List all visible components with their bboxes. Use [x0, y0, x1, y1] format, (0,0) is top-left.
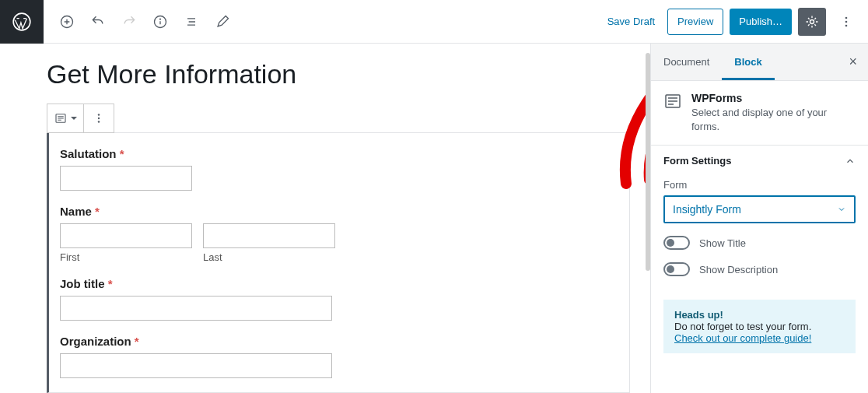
undo-button[interactable] — [84, 8, 112, 36]
add-block-button[interactable] — [53, 8, 81, 36]
gear-icon — [804, 14, 820, 30]
svg-point-6 — [845, 16, 848, 19]
redo-icon — [121, 14, 137, 30]
svg-point-11 — [98, 118, 100, 119]
close-icon: × — [849, 54, 857, 69]
info-button[interactable] — [146, 8, 174, 36]
dots-vertical-icon — [92, 111, 106, 125]
redo-button[interactable] — [115, 8, 143, 36]
svg-point-12 — [98, 121, 100, 122]
required-marker: * — [120, 147, 124, 160]
svg-point-7 — [845, 20, 848, 23]
job-title-input[interactable] — [60, 296, 332, 321]
undo-icon — [90, 14, 106, 30]
edit-button[interactable] — [208, 8, 236, 36]
form-select-label: Form — [663, 179, 856, 191]
editor-area: Get More Information Salutation * Name * — [0, 44, 650, 393]
info-icon — [152, 14, 168, 30]
form-settings-panel-head[interactable]: Form Settings — [651, 145, 868, 176]
scrollbar[interactable] — [646, 53, 650, 271]
pencil-icon — [215, 14, 230, 30]
show-desc-row: Show Description — [663, 262, 856, 276]
wp-logo[interactable] — [0, 0, 44, 44]
save-draft-button[interactable]: Save Draft — [601, 16, 661, 27]
sidebar: Document Block × WPForms Select and disp… — [650, 44, 868, 393]
show-title-label: Show Title — [699, 237, 746, 249]
required-marker: * — [108, 277, 113, 290]
block-toolbar — [47, 104, 114, 133]
notice-title: Heads up! — [674, 309, 845, 321]
wordpress-icon — [12, 12, 32, 32]
preview-button[interactable]: Preview — [667, 9, 723, 35]
show-desc-toggle[interactable] — [663, 262, 690, 276]
dots-vertical-icon — [838, 14, 854, 30]
notice-link[interactable]: Check out our complete guide! — [674, 332, 811, 344]
last-name-input[interactable] — [203, 223, 335, 248]
required-marker: * — [135, 335, 139, 348]
form-block-icon — [54, 111, 68, 125]
form-select-value: Insightly Form — [673, 203, 741, 216]
wpforms-icon — [663, 92, 682, 111]
show-title-row: Show Title — [663, 236, 856, 250]
required-marker: * — [95, 205, 100, 218]
svg-point-4 — [160, 19, 161, 19]
sidebar-close-button[interactable]: × — [838, 54, 868, 70]
organization-label: Organization * — [60, 335, 139, 348]
block-type-selector[interactable] — [47, 104, 84, 132]
plus-circle-icon — [59, 14, 75, 30]
notice-box: Heads up! Do not forget to test your for… — [663, 300, 856, 353]
name-label: Name * — [60, 205, 100, 218]
field-salutation: Salutation * — [60, 147, 615, 191]
more-menu-button[interactable] — [832, 8, 860, 36]
chevron-down-icon — [71, 117, 77, 120]
svg-point-8 — [845, 24, 848, 26]
outline-button[interactable] — [177, 8, 205, 36]
show-desc-label: Show Description — [699, 264, 778, 275]
list-icon — [184, 14, 199, 30]
tab-block[interactable]: Block — [722, 44, 774, 80]
salutation-input[interactable] — [60, 166, 192, 191]
svg-point-10 — [98, 114, 100, 115]
organization-input[interactable] — [60, 353, 332, 378]
first-sublabel: First — [60, 251, 192, 263]
form-settings-panel-body: Form Insightly Form Show Title Show Desc… — [651, 176, 868, 289]
block-more-button[interactable] — [84, 104, 114, 132]
first-name-col: First — [60, 223, 192, 263]
salutation-label: Salutation * — [60, 147, 124, 160]
last-sublabel: Last — [203, 251, 335, 263]
chevron-up-icon — [845, 156, 856, 167]
tab-document[interactable]: Document — [651, 44, 722, 80]
chevron-down-icon — [837, 205, 846, 214]
workspace: Get More Information Salutation * Name * — [0, 44, 868, 393]
settings-button[interactable] — [798, 8, 826, 36]
field-job-title: Job title * — [60, 277, 615, 321]
notice-line: Do not forget to test your form. — [674, 321, 845, 332]
job-title-label: Job title * — [60, 277, 113, 290]
first-name-input[interactable] — [60, 223, 192, 248]
sidebar-block-title: WPForms — [691, 92, 856, 104]
form-select[interactable]: Insightly Form — [663, 195, 856, 223]
page-title[interactable]: Get More Information — [47, 59, 650, 89]
sidebar-tabs: Document Block × — [651, 44, 868, 81]
toolbar-right: Save Draft Preview Publish… — [601, 8, 868, 36]
sidebar-block-summary: WPForms Select and display one of your f… — [651, 81, 868, 145]
sidebar-block-desc: Select and display one of your forms. — [691, 106, 856, 134]
form-settings-title: Form Settings — [663, 155, 731, 167]
svg-point-5 — [810, 19, 814, 23]
last-name-col: Last — [203, 223, 335, 263]
field-name: Name * First Last — [60, 205, 615, 263]
show-title-toggle[interactable] — [663, 236, 690, 250]
publish-button[interactable]: Publish… — [730, 9, 792, 35]
top-toolbar: Save Draft Preview Publish… — [0, 0, 868, 44]
form-block[interactable]: Salutation * Name * First Last Jo — [47, 132, 630, 393]
toolbar-left — [44, 8, 236, 36]
field-organization: Organization * — [60, 335, 615, 378]
